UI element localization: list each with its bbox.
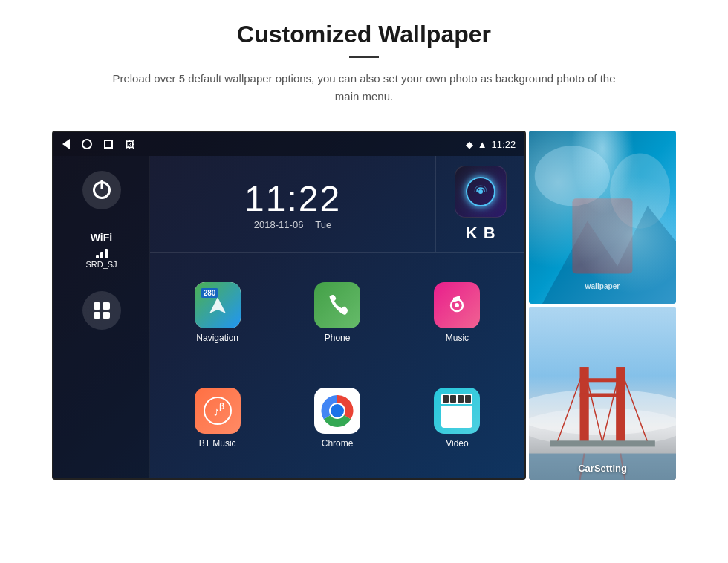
video-app-label: Video [446,438,468,449]
clock-area: 11:22 2018-11-06 Tue [150,156,435,252]
location-icon: ◆ [466,139,473,150]
bt-music-app-icon: ♪ β [195,388,241,434]
wifi-info: WiFi SRD_SJ [85,232,117,269]
music-app-label: Music [446,333,469,343]
chrome-app-label: Chrome [322,438,354,449]
chrome-app-icon [314,388,360,434]
phone-svg [324,292,351,319]
recent-icon[interactable] [104,140,113,149]
clock-day: Tue [315,219,331,230]
wifi-title: WiFi [85,232,117,244]
svg-rect-27 [550,440,655,446]
radio-wave-icon [473,184,488,199]
app-chrome[interactable]: Chrome [277,365,397,471]
wifi-bar-2 [100,252,103,258]
back-icon[interactable] [62,139,70,149]
android-main: 11:22 2018-11-06 Tue [150,156,524,478]
bridge-svg [529,307,676,480]
top-letter-icons: K B [466,224,495,243]
wallpaper-ice[interactable]: wallpaper [529,131,676,304]
bt-svg: ♪ β [203,396,233,426]
status-time: 11:22 [492,139,516,150]
status-bar-right: ◆ ▲ 11:22 [466,139,516,150]
wallpaper-thumbs: wallpaper [529,131,676,480]
wallpaper-bridge[interactable]: CarSetting [529,307,676,480]
wifi-bars [85,247,117,258]
status-bar-left: 🖼 [62,139,134,150]
wifi-bar-1 [96,255,99,258]
power-icon [93,181,111,199]
navigation-app-label: Navigation [196,333,238,343]
app-navigation[interactable]: 280 Navigation [157,260,277,365]
grid-icon [94,302,110,319]
apps-button[interactable] [82,291,121,330]
music-svg [443,292,470,319]
navigation-app-icon: 280 [195,282,241,328]
svg-text:β: β [219,401,224,411]
letter-b-icon: B [484,224,495,243]
photo-icon: 🖼 [125,139,134,150]
top-row: 11:22 2018-11-06 Tue [150,156,524,253]
svg-marker-1 [209,297,226,313]
chrome-svg [314,388,360,434]
apps-grid: 280 Navigation [150,253,524,478]
app-video[interactable]: Video [397,365,517,471]
title-divider [349,56,379,58]
status-bar: 🖼 ◆ ▲ 11:22 [53,132,524,156]
svg-rect-22 [580,394,625,397]
phone-app-label: Phone [325,333,351,343]
svg-point-0 [478,189,483,194]
android-screen: 🖼 ◆ ▲ 11:22 WiFi [52,131,526,480]
svg-point-9 [331,404,344,417]
power-button[interactable] [82,171,121,209]
android-content: WiFi SRD_SJ [53,156,524,478]
carsetting-label: CarSetting [529,463,676,474]
wifi-bar-3 [105,249,108,258]
radio-app-icon[interactable] [455,166,507,218]
clock-time: 11:22 [244,178,341,219]
page-subtitle: Preload over 5 default wallpaper options… [104,70,624,105]
ice-texture [529,131,676,304]
app-music[interactable]: Music [397,260,517,365]
left-sidebar: WiFi SRD_SJ [53,156,150,478]
svg-point-3 [455,303,459,307]
top-icons-area: K B [435,156,524,252]
letter-k-icon: K [466,224,478,243]
music-app-icon [434,282,480,328]
clock-date-value: 2018-11-06 [254,219,304,230]
wifi-ssid: SRD_SJ [85,260,117,269]
video-app-icon [434,388,480,434]
home-icon[interactable] [82,139,92,149]
app-bt-music[interactable]: ♪ β BT Music [157,365,277,471]
main-container: 🖼 ◆ ▲ 11:22 WiFi [52,131,676,480]
page-header: Customized Wallpaper Preload over 5 defa… [30,0,698,117]
wifi-status-icon: ▲ [478,139,487,150]
page-title: Customized Wallpaper [104,21,624,48]
clock-date: 2018-11-06 Tue [254,219,331,230]
bt-music-app-label: BT Music [199,438,236,449]
radio-pulse-icon [466,177,495,206]
app-phone[interactable]: Phone [277,260,397,365]
phone-app-icon [314,282,360,328]
